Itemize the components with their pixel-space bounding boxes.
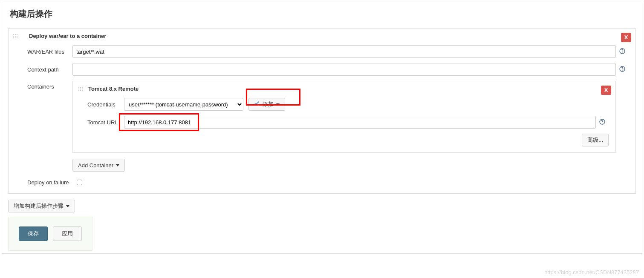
drag-handle-icon[interactable] [78,86,83,92]
svg-point-5 [17,36,17,37]
save-button[interactable]: 保存 [19,226,48,241]
deploy-on-failure-row: Deploy on failure [21,179,629,186]
svg-point-1 [15,34,16,35]
drag-handle-icon[interactable] [13,34,18,39]
post-build-panel: 构建后操作 X Deploy war/ear to a container WA… [2,2,642,254]
credentials-row: Credentials user/****** (tomcat-username… [86,98,609,111]
containers-row: Containers X Tomcat 8.x Remote Credentia… [21,81,629,172]
caret-down-icon [276,103,280,106]
key-icon [254,101,260,108]
add-container-button[interactable]: Add Container [72,159,125,172]
help-icon[interactable] [619,66,626,72]
deploy-on-failure-label: Deploy on failure [21,179,77,186]
svg-point-13 [78,87,79,88]
containers-label: Containers [21,81,72,90]
advanced-row: 高级... [86,134,609,146]
svg-point-22 [255,103,257,105]
war-files-row: WAR/EAR files [21,45,629,58]
container-block-title: Tomcat 8.x Remote [86,86,609,92]
svg-point-20 [80,90,81,91]
svg-point-21 [82,90,83,91]
tomcat-url-input[interactable] [124,116,596,129]
svg-point-24 [602,123,602,123]
svg-point-7 [15,37,16,38]
add-container-label: Add Container [78,162,113,169]
delete-container-button[interactable]: X [601,86,611,95]
add-post-build-step-row: 增加构建后操作步骤 [8,200,636,212]
deploy-on-failure-checkbox[interactable] [77,180,82,185]
svg-point-10 [622,52,622,52]
tomcat-url-label: Tomcat URL [86,119,124,126]
caret-down-icon [116,164,119,166]
apply-button[interactable]: 应用 [53,226,82,241]
svg-point-8 [17,37,17,38]
deploy-block-title: Deploy war/ear to a container [21,33,629,39]
svg-point-3 [13,36,14,37]
svg-point-0 [13,34,14,35]
svg-point-4 [15,36,16,37]
svg-point-16 [78,89,79,89]
save-bar: 保存 应用 [8,217,92,251]
add-post-build-step-button[interactable]: 增加构建后操作步骤 [8,200,75,212]
help-icon[interactable] [619,48,626,54]
add-post-build-step-label: 增加构建后操作步骤 [14,202,64,210]
svg-point-17 [80,89,81,89]
war-files-label: WAR/EAR files [21,49,72,55]
caret-down-icon [66,205,69,207]
advanced-button[interactable]: 高级... [582,134,609,146]
add-container-row: Add Container [72,159,616,172]
context-path-label: Context path [21,66,72,73]
context-path-input[interactable] [72,63,616,76]
svg-point-2 [17,34,17,35]
tomcat-url-row: Tomcat URL [86,116,609,129]
svg-point-12 [622,70,622,70]
add-credentials-label: 添加 [263,100,274,108]
help-icon[interactable] [599,118,606,125]
svg-point-14 [80,87,81,88]
credentials-select[interactable]: user/****** (tomcat-username-password) [124,98,243,111]
war-files-input[interactable] [72,45,616,58]
svg-point-15 [82,87,83,88]
add-credentials-button[interactable]: 添加 [248,98,285,111]
section-title: 构建后操作 [8,8,636,20]
delete-deploy-button[interactable]: X [621,33,631,42]
svg-point-19 [78,90,79,91]
deploy-war-block: X Deploy war/ear to a container WAR/EAR … [8,28,636,194]
credentials-label: Credentials [86,101,124,108]
svg-point-6 [13,37,14,38]
tomcat-container-block: X Tomcat 8.x Remote Credentials user/***… [72,81,616,153]
svg-point-18 [82,89,83,89]
context-path-row: Context path [21,63,629,76]
